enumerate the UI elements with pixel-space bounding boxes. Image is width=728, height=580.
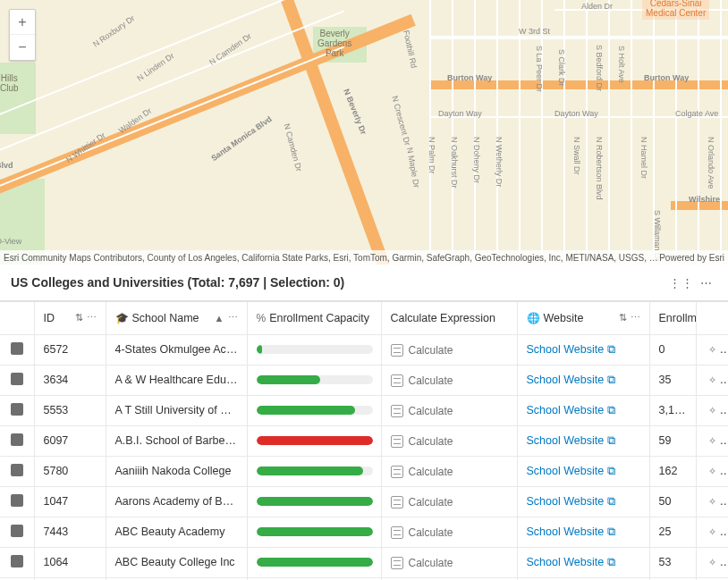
cell-capacity	[247, 486, 381, 517]
label-swall: N Swall Dr	[572, 137, 581, 175]
row-select-checkbox[interactable]	[11, 373, 23, 385]
cell-school-name: A T Still University of Healt…	[106, 395, 247, 425]
row-select-checkbox[interactable]	[11, 555, 23, 567]
zoom-in-button[interactable]: +	[10, 10, 35, 35]
website-link[interactable]: School Website⧉	[527, 374, 616, 386]
table-row[interactable]: 6097A.B.I. School of Barbering …Calculat…	[0, 425, 728, 456]
calculate-button[interactable]: Calculate	[391, 374, 453, 387]
zoom-to-row-icon[interactable]: ✧	[706, 433, 720, 448]
label-palm: N Palm Dr	[427, 137, 436, 174]
attribution-text: Esri Community Maps Contributors, County…	[4, 253, 659, 263]
road-v14	[720, 0, 722, 265]
website-link[interactable]: School Website⧉	[527, 495, 616, 508]
label-robertson: N Robertson Blvd	[595, 137, 604, 200]
website-link[interactable]: School Website⧉	[527, 525, 616, 538]
zoom-to-row-icon[interactable]: ✧	[706, 494, 720, 509]
map-panel[interactable]: Santa Monica Blvd N Beverly Dr Burton Wa…	[0, 0, 728, 265]
row-select-checkbox[interactable]	[11, 342, 23, 355]
map-canvas[interactable]: Santa Monica Blvd N Beverly Dr Burton Wa…	[0, 0, 728, 265]
calculate-button[interactable]: Calculate	[391, 496, 453, 509]
website-link[interactable]: School Website⧉	[527, 465, 616, 477]
cell-school-name: Aarons Academy of Beauty	[106, 486, 247, 517]
zoom-to-row-icon[interactable]: ✧	[706, 555, 720, 569]
table-row[interactable]: 7443ABC Beauty AcademyCalculateSchool We…	[0, 517, 728, 547]
road-v10	[631, 0, 632, 265]
table-row[interactable]: 5780Aaniiih Nakoda CollegeCalculateSchoo…	[0, 456, 728, 486]
table-container[interactable]: ID⇅⋯ 🎓School Name▲⋯ %Enrollment Capacity…	[0, 301, 728, 580]
label-dayton: Dayton Way	[438, 109, 482, 118]
table-row[interactable]: 1047Aarons Academy of BeautyCalculateSch…	[0, 486, 728, 517]
label-colgate: Colgate Ave	[675, 109, 718, 118]
external-link-icon: ⧉	[607, 556, 615, 569]
globe-icon: 🌐	[527, 312, 540, 324]
header-school-name[interactable]: 🎓School Name▲⋯	[106, 302, 247, 334]
header-id[interactable]: ID⇅⋯	[34, 302, 106, 334]
label-dayton-2: Dayton Way	[554, 109, 598, 118]
calculate-button[interactable]: Calculate	[391, 526, 453, 539]
website-link[interactable]: School Website⧉	[527, 434, 616, 447]
table-menu-icon[interactable]: ⋯	[696, 272, 717, 293]
zoom-to-row-icon[interactable]: ✧	[706, 342, 720, 357]
zoom-to-row-icon[interactable]: ✧	[706, 525, 720, 539]
columns-toggle-icon[interactable]: ⋮⋮	[671, 272, 692, 293]
label-crescent: N Crescent Dr	[390, 95, 411, 147]
cell-enrollment: 162	[649, 456, 696, 486]
table-row[interactable]: 5553A T Still University of Healt…Calcul…	[0, 395, 728, 425]
table-title-bar: US Colleges and Universities (Total: 7,6…	[0, 265, 728, 301]
website-link[interactable]: School Website⧉	[527, 404, 616, 416]
table-row[interactable]: 1064ABC Beauty College IncCalculateSchoo…	[0, 547, 728, 577]
header-calculate-expression[interactable]: Calculate Expression	[381, 302, 517, 334]
calculate-button[interactable]: Calculate	[391, 435, 453, 448]
road-v6	[541, 0, 543, 265]
calculate-button[interactable]: Calculate	[391, 405, 453, 417]
label-doheny: N Doheny Dr	[472, 137, 481, 183]
zoom-out-button[interactable]: −	[10, 35, 35, 60]
website-link[interactable]: School Website⧉	[527, 556, 616, 568]
zoom-to-row-icon[interactable]: ✧	[706, 373, 720, 387]
row-select-checkbox[interactable]	[11, 403, 23, 416]
header-enrollment-capacity[interactable]: %Enrollment Capacity	[247, 302, 381, 334]
road-v9	[608, 0, 610, 265]
poi-park: Beverly Gardens Park	[317, 29, 351, 58]
row-select-checkbox[interactable]	[11, 525, 23, 537]
cell-enrollment: 0	[649, 334, 696, 365]
cell-capacity	[247, 395, 381, 425]
road-v12	[675, 0, 677, 265]
external-link-icon: ⧉	[607, 343, 615, 357]
row-select-checkbox[interactable]	[11, 433, 23, 446]
label-w3rd: W 3rd St	[519, 27, 550, 36]
calculator-icon	[391, 344, 403, 357]
website-link[interactable]: School Website⧉	[527, 343, 616, 356]
zoom-to-row-icon[interactable]: ✧	[706, 464, 720, 478]
header-actions	[696, 302, 728, 334]
calculate-button[interactable]: Calculate	[391, 466, 453, 478]
external-link-icon: ⧉	[607, 465, 615, 478]
cell-id: 5780	[34, 456, 106, 486]
label-roxbury: N Roxbury Dr	[91, 13, 136, 48]
table-row[interactable]: 3634A & W Healthcare EducatorsCalculateS…	[0, 365, 728, 395]
table-row[interactable]: 65724-States Okmulgee Acade…CalculateSch…	[0, 334, 728, 365]
poi-medical: Cedars-Sinai Medical Center	[642, 0, 709, 20]
label-lapeer: S La Peer Dr	[535, 46, 544, 92]
column-menu-icon[interactable]: ⋯	[228, 312, 238, 324]
calculate-button[interactable]: Calculate	[391, 344, 453, 357]
sort-asc-icon[interactable]: ▲	[215, 313, 224, 324]
header-website[interactable]: 🌐Website⇅⋯	[517, 302, 649, 334]
cell-school-name: Aaniiih Nakoda College	[106, 456, 247, 486]
header-enrollment[interactable]: Enrollm	[649, 302, 696, 334]
row-select-checkbox[interactable]	[11, 494, 23, 507]
cell-enrollment: 35	[649, 365, 696, 395]
cell-enrollment: 53	[649, 547, 696, 577]
calculate-button[interactable]: Calculate	[391, 557, 453, 569]
cell-capacity	[247, 517, 381, 547]
row-select-checkbox[interactable]	[11, 464, 23, 476]
cell-enrollment: 3,141	[649, 395, 696, 425]
sort-icon[interactable]: ⇅	[75, 312, 83, 324]
label-clark: S Clark Dr	[557, 49, 566, 87]
sort-icon[interactable]: ⇅	[619, 312, 627, 324]
zoom-to-row-icon[interactable]: ✧	[706, 403, 720, 417]
external-link-icon: ⧉	[607, 374, 615, 387]
school-icon: 🎓	[115, 312, 129, 324]
column-menu-icon[interactable]: ⋯	[631, 312, 640, 324]
column-menu-icon[interactable]: ⋯	[87, 312, 97, 324]
